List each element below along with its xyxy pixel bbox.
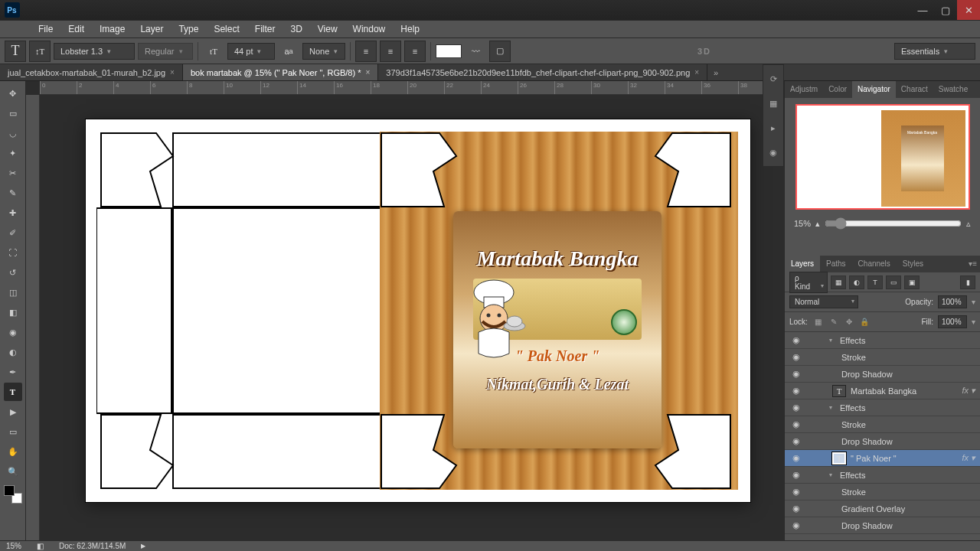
menu-window[interactable]: Window <box>345 21 394 37</box>
3d-button[interactable]: 3D <box>697 47 711 56</box>
dodge-tool-icon[interactable]: ◐ <box>4 343 22 361</box>
layer-row[interactable]: ◉Drop Shadow <box>785 517 980 534</box>
menu-layer[interactable]: Layer <box>132 21 171 37</box>
lock-trans-icon[interactable]: ▦ <box>812 316 825 328</box>
effect-name[interactable]: Effects <box>840 336 865 345</box>
zoom-out-icon[interactable]: ▴ <box>815 219 820 229</box>
visibility-icon[interactable]: ◉ <box>789 352 803 362</box>
minimize-button[interactable]: — <box>911 0 934 20</box>
path-select-tool-icon[interactable]: ▶ <box>4 403 22 421</box>
filter-pixel-icon[interactable]: ▦ <box>831 276 846 289</box>
lasso-tool-icon[interactable]: ◡ <box>4 124 22 142</box>
status-doc-indicator[interactable]: ◧ <box>37 542 44 550</box>
wand-tool-icon[interactable]: ✦ <box>4 144 22 162</box>
document-tab[interactable]: bok martabak @ 15% (" Pak Noer ", RGB/8)… <box>183 64 378 80</box>
effect-name[interactable]: Stroke <box>841 353 866 362</box>
filter-type-icon[interactable]: T <box>867 276 883 289</box>
actions-panel-icon[interactable]: ▦ <box>766 96 781 111</box>
visibility-icon[interactable]: ◉ <box>789 453 803 463</box>
stamp-tool-icon[interactable]: ⛶ <box>4 243 22 262</box>
panel-tab[interactable]: Swatche <box>933 81 973 98</box>
brush-tool-icon[interactable]: ✐ <box>4 223 22 242</box>
fill-input[interactable]: 100% <box>938 315 967 328</box>
document-tab[interactable]: jual_cetakbox-martabak_01-murah_b2.jpg× <box>0 64 183 80</box>
menu-image[interactable]: Image <box>92 21 132 37</box>
crop-tool-icon[interactable]: ✂ <box>4 164 22 182</box>
navigator-thumbnail[interactable]: Martabak Bangka <box>795 104 970 210</box>
nav-zoom-slider[interactable] <box>825 217 962 230</box>
hand-tool-icon[interactable]: ✋ <box>4 442 22 461</box>
heal-tool-icon[interactable]: ✚ <box>4 204 22 222</box>
panel-tab[interactable]: Charact <box>896 81 933 98</box>
menu-view[interactable]: View <box>310 21 345 37</box>
fx-badge[interactable]: fx ▾ <box>962 386 975 396</box>
layer-row[interactable]: ◉▾Effects <box>785 467 980 484</box>
warp-text-icon[interactable]: 〰 <box>465 41 486 62</box>
panel-menu-icon[interactable]: ▾≡ <box>962 256 980 272</box>
layer-name[interactable]: Martabak Bangka <box>851 386 916 396</box>
effect-name[interactable]: Gradient Overlay <box>841 504 905 514</box>
3d-panel-icon[interactable]: ◉ <box>766 145 781 160</box>
font-family-combo[interactable]: Lobster 1.3▾ <box>54 43 135 60</box>
lock-all-icon[interactable]: 🔒 <box>858 316 871 328</box>
type-tool-icon[interactable]: T <box>4 383 22 401</box>
filter-smart-icon[interactable]: ▣ <box>904 276 920 289</box>
layer-row[interactable]: ◉Stroke <box>785 416 980 433</box>
blend-mode-combo[interactable]: Normal <box>789 295 858 308</box>
antialias-combo[interactable]: None▾ <box>302 43 345 60</box>
font-size-combo[interactable]: 44 pt▾ <box>227 43 275 60</box>
play-icon[interactable]: ▸ <box>766 120 781 135</box>
marquee-tool-icon[interactable]: ▭ <box>4 104 22 122</box>
visibility-icon[interactable]: ◉ <box>789 403 803 412</box>
history-brush-tool-icon[interactable]: ↺ <box>4 263 22 282</box>
font-weight-combo[interactable]: Regular▾ <box>138 43 193 60</box>
visibility-icon[interactable]: ◉ <box>789 335 803 345</box>
visibility-icon[interactable]: ◉ <box>789 487 803 497</box>
layer-list[interactable]: ◉▾Effects◉Stroke◉Drop Shadow◉TMartabak B… <box>785 332 980 540</box>
close-tab-icon[interactable]: × <box>365 68 370 77</box>
layer-row[interactable]: ◉Drop Shadow <box>785 366 980 383</box>
document-canvas[interactable]: Martabak Bangka <box>86 119 750 502</box>
filter-shape-icon[interactable]: ▭ <box>886 276 901 289</box>
close-tab-icon[interactable]: × <box>170 68 175 77</box>
filter-adjust-icon[interactable]: ◐ <box>849 276 864 289</box>
menu-help[interactable]: Help <box>393 21 427 37</box>
effect-name[interactable]: Effects <box>840 403 865 412</box>
visibility-icon[interactable]: ◉ <box>789 419 803 429</box>
visibility-icon[interactable]: ◉ <box>789 470 803 480</box>
eraser-tool-icon[interactable]: ◫ <box>4 283 22 302</box>
panel-tab[interactable]: Paths <box>820 256 852 272</box>
panel-tab[interactable]: Channels <box>852 256 897 272</box>
panel-tab[interactable]: Navigator <box>852 81 896 98</box>
workspace-combo[interactable]: Essentials▾ <box>894 43 975 60</box>
menu-file[interactable]: File <box>31 21 60 37</box>
gradient-tool-icon[interactable]: ◧ <box>4 303 22 321</box>
menu-select[interactable]: Select <box>206 21 247 37</box>
layer-row[interactable]: ◉▾Effects <box>785 332 980 349</box>
layer-name[interactable]: " Pak Noer " <box>851 454 897 463</box>
close-button[interactable]: ✕ <box>957 0 980 20</box>
lock-paint-icon[interactable]: ✎ <box>828 316 840 328</box>
effect-name[interactable]: Drop Shadow <box>841 521 893 530</box>
zoom-in-icon[interactable]: ▵ <box>966 219 971 229</box>
effect-name[interactable]: Stroke <box>841 487 866 497</box>
visibility-icon[interactable]: ◉ <box>789 504 803 514</box>
menu-3d[interactable]: 3D <box>283 21 309 37</box>
filter-toggle-icon[interactable]: ▮ <box>960 276 975 289</box>
menu-edit[interactable]: Edit <box>60 21 92 37</box>
panel-tab[interactable]: Color <box>823 81 852 98</box>
effect-name[interactable]: Drop Shadow <box>841 437 893 446</box>
status-zoom[interactable]: 15% <box>6 542 21 550</box>
layer-row[interactable]: ◉T" Pak Noer "fx ▾ <box>785 450 980 467</box>
zoom-tool-icon[interactable]: 🔍 <box>4 462 22 481</box>
layer-row[interactable]: ◉Drop Shadow <box>785 433 980 450</box>
shape-tool-icon[interactable]: ▭ <box>4 422 22 441</box>
pen-tool-icon[interactable]: ✒ <box>4 363 22 381</box>
fx-badge[interactable]: fx ▾ <box>962 453 975 463</box>
effect-name[interactable]: Effects <box>840 471 865 480</box>
opacity-input[interactable]: 100% <box>938 295 967 308</box>
char-panel-icon[interactable]: ▢ <box>489 41 511 62</box>
visibility-icon[interactable]: ◉ <box>789 386 803 396</box>
panel-tab[interactable]: Adjustm <box>785 81 823 98</box>
maximize-button[interactable]: ▢ <box>934 0 957 20</box>
